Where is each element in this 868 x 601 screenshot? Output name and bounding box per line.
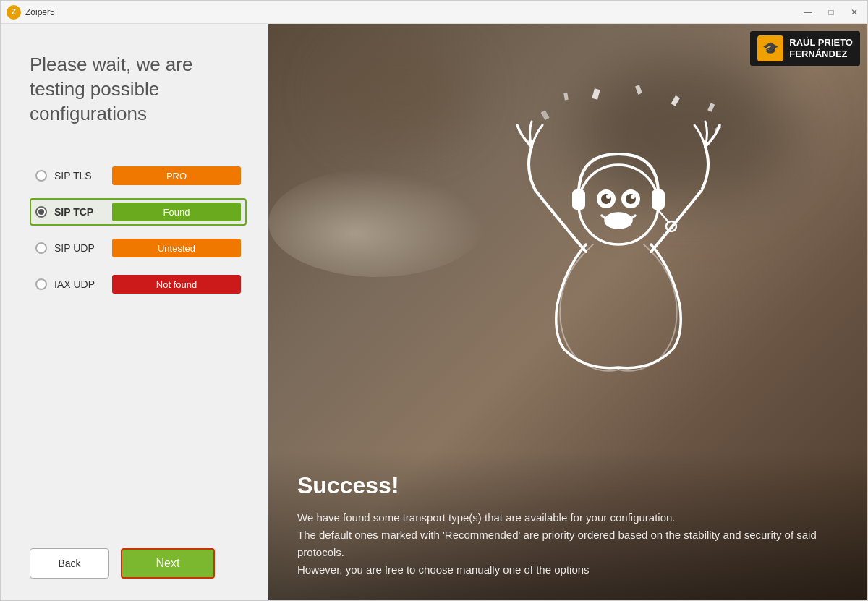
config-label-sip-udp: SIP UDP [54, 242, 105, 254]
svg-rect-16 [573, 190, 584, 209]
app-logo: Z [7, 5, 21, 20]
app-title: Zoiper5 [25, 7, 801, 17]
config-item-sip-tcp[interactable]: SIP TCP Found [30, 198, 247, 226]
success-area: Success! We have found some transport ty… [268, 451, 867, 600]
svg-rect-1 [635, 85, 642, 94]
svg-rect-5 [541, 110, 550, 120]
success-title: Success! [297, 472, 838, 499]
status-sip-tls: PRO [112, 166, 241, 185]
svg-point-8 [579, 165, 658, 244]
close-button[interactable]: ✕ [847, 7, 861, 17]
config-item-sip-tls[interactable]: SIP TLS PRO [30, 162, 247, 189]
main-content: Please wait, we are testing possible con… [1, 24, 867, 600]
config-item-sip-udp[interactable]: SIP UDP Untested [30, 234, 247, 262]
config-list: SIP TLS PRO SIP TCP Found SIP UDP Untest… [30, 162, 247, 534]
brand-text: RAÚL PRIETO FERNÁNDEZ [789, 37, 853, 59]
status-iax-udp: Not found [112, 275, 241, 294]
svg-point-15 [605, 213, 631, 228]
mouse-decoration [268, 169, 485, 277]
main-title: Please wait, we are testing possible con… [30, 53, 247, 126]
config-label-iax-udp: IAX UDP [54, 278, 105, 290]
svg-rect-0 [592, 88, 600, 100]
config-label-sip-tls: SIP TLS [54, 170, 105, 182]
mascot-illustration [492, 82, 745, 371]
svg-rect-2 [671, 95, 681, 106]
minimize-button[interactable]: — [801, 7, 815, 17]
radio-sip-tls[interactable] [35, 170, 47, 182]
brand-icon: 🎓 [757, 35, 783, 61]
app-window: Z Zoiper5 — □ ✕ Please wait, we are test… [0, 0, 868, 601]
titlebar: Z Zoiper5 — □ ✕ [1, 1, 867, 24]
svg-rect-4 [707, 103, 715, 112]
radio-iax-udp[interactable] [35, 278, 47, 290]
bg-blur-1 [326, 38, 471, 147]
brand-line1: RAÚL PRIETO [789, 37, 853, 48]
radio-sip-tcp[interactable] [35, 206, 47, 218]
bottom-buttons: Back Next [30, 534, 247, 579]
left-panel: Please wait, we are testing possible con… [1, 24, 268, 600]
svg-rect-3 [563, 93, 569, 101]
config-label-sip-tcp: SIP TCP [54, 206, 105, 218]
brand-line2: FERNÁNDEZ [789, 48, 853, 60]
success-text: We have found some transport type(s) tha… [297, 509, 838, 579]
svg-point-13 [606, 195, 610, 199]
next-button[interactable]: Next [121, 548, 215, 579]
svg-point-14 [631, 195, 635, 199]
maximize-button[interactable]: □ [824, 7, 838, 17]
status-sip-udp: Untested [112, 239, 241, 257]
config-item-iax-udp[interactable]: IAX UDP Not found [30, 270, 247, 298]
right-panel: 🎓 RAÚL PRIETO FERNÁNDEZ [268, 24, 867, 600]
status-sip-tcp: Found [112, 203, 241, 221]
window-controls: — □ ✕ [801, 7, 861, 17]
brand-logo: 🎓 RAÚL PRIETO FERNÁNDEZ [750, 31, 860, 66]
back-button[interactable]: Back [30, 548, 109, 579]
radio-sip-udp[interactable] [35, 242, 47, 254]
